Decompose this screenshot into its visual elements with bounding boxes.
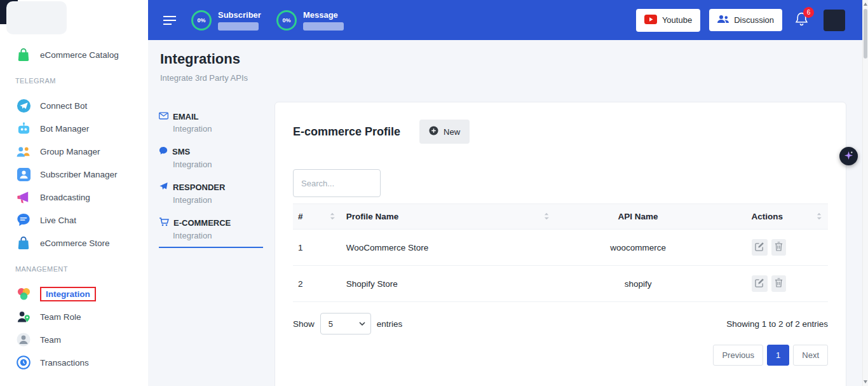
scrollbar-down-arrow-icon[interactable] — [864, 380, 867, 383]
topbar-right: Youtube Discussion 6 — [636, 9, 845, 32]
message-stat: 0% Message — [276, 10, 344, 31]
subscriber-stat-label: Subscriber — [218, 10, 261, 20]
sidebar-item-live-chat[interactable]: Live Chat — [0, 209, 148, 231]
person-pin-icon — [15, 310, 32, 324]
sort-arrows-icon — [817, 212, 822, 221]
nav-responder-integration[interactable]: RESPONDER Integration — [159, 176, 263, 211]
delete-button[interactable] — [771, 275, 786, 292]
page-size-control: Show 5 entries — [293, 313, 402, 334]
page-subtitle: Integrate 3rd Party APIs — [160, 73, 248, 83]
nav-sms-integration[interactable]: SMS Integration — [159, 140, 263, 176]
blurred-subscriber-value — [218, 22, 259, 31]
youtube-button[interactable]: Youtube — [636, 9, 700, 32]
transactions-disc-icon — [15, 355, 32, 369]
nav-responder-subtitle: Integration — [173, 195, 263, 205]
logo-placeholder — [6, 1, 67, 34]
table-row: 1 WooCommerce Store woocommerce — [293, 230, 828, 266]
assistant-fab-button[interactable] — [839, 147, 858, 165]
subscriber-person-icon — [15, 168, 32, 181]
ecommerce-profile-card: E-commerce Profile New # — [275, 102, 846, 386]
people-icon — [717, 15, 729, 25]
sidebar-item-subscriber-manager[interactable]: Subscriber Manager — [0, 163, 148, 186]
sidebar-item-label: Group Manager — [40, 147, 100, 156]
header-num[interactable]: # — [293, 204, 341, 230]
scrollbar[interactable] — [862, 0, 868, 386]
sidebar-item-label: Team Role — [40, 312, 81, 322]
robot-icon — [15, 122, 32, 135]
sidebar: eCommerce Catalog TELEGRAM Connect Bot B… — [0, 0, 148, 386]
pagination-next-button[interactable]: Next — [793, 345, 828, 366]
delete-button[interactable] — [771, 239, 786, 256]
scrollbar-up-arrow-icon[interactable] — [864, 3, 867, 6]
cell-actions — [721, 230, 828, 266]
sidebar-item-label: Subscriber Manager — [40, 170, 118, 179]
pagination-page-1-button[interactable]: 1 — [767, 345, 789, 366]
edit-button[interactable] — [752, 239, 768, 256]
integration-type-nav: EMAIL Integration SMS Integration — [159, 106, 263, 248]
sidebar-item-team-role[interactable]: Team Role — [0, 305, 148, 328]
cell-api-name: shopify — [555, 266, 721, 302]
edit-pencil-icon — [755, 278, 764, 289]
cell-profile-name: WooCommerce Store — [341, 230, 555, 266]
notifications-button[interactable]: 6 — [795, 11, 808, 29]
nav-email-integration[interactable]: EMAIL Integration — [159, 106, 263, 140]
sidebar-section-telegram: TELEGRAM — [0, 76, 148, 85]
nav-ecommerce-integration[interactable]: E-COMMERCE Integration — [159, 211, 263, 248]
menu-toggle-button[interactable] — [163, 15, 176, 25]
message-progress-ring: 0% — [276, 10, 297, 31]
chat-bubble-blue-icon — [15, 213, 32, 227]
edit-button[interactable] — [752, 275, 768, 292]
sidebar-item-label-active: Integration — [40, 287, 96, 301]
header-profile-name[interactable]: Profile Name — [341, 204, 555, 230]
sidebar-item-label: Team — [40, 335, 61, 345]
discussion-button-label: Discussion — [734, 15, 774, 25]
sidebar-item-ecommerce-catalog[interactable]: eCommerce Catalog — [0, 43, 148, 66]
sidebar-item-label: Connect Bot — [40, 101, 87, 111]
sort-arrows-icon — [330, 212, 335, 221]
integration-circles-icon — [15, 287, 32, 301]
cart-icon — [159, 217, 169, 228]
new-profile-button[interactable]: New — [419, 120, 470, 144]
megaphone-icon — [15, 191, 32, 203]
paper-plane-icon — [159, 182, 168, 193]
header-api-name[interactable]: API Name — [555, 204, 721, 230]
sidebar-item-label: Bot Manager — [40, 124, 89, 134]
logo-area — [0, 0, 148, 38]
subscriber-progress-ring: 0% — [191, 10, 212, 31]
search-input[interactable] — [293, 169, 381, 197]
shopping-bag-blue-icon — [15, 236, 32, 250]
sidebar-item-integration[interactable]: Integration — [0, 282, 148, 305]
sparkle-icon — [844, 151, 853, 162]
sidebar-item-bot-manager[interactable]: Bot Manager — [0, 117, 148, 140]
sidebar-item-connect-bot[interactable]: Connect Bot — [0, 94, 148, 117]
sidebar-item-group-manager[interactable]: Group Manager — [0, 140, 148, 163]
sidebar-item-label: Transactions — [40, 358, 89, 368]
cell-actions — [721, 266, 828, 302]
show-label: Show — [293, 319, 315, 329]
nav-email-title: EMAIL — [173, 112, 198, 121]
user-avatar[interactable] — [824, 10, 845, 31]
sidebar-item-transactions[interactable]: Transactions — [0, 351, 148, 374]
bell-icon — [795, 17, 808, 28]
sidebar-item-ecommerce-store[interactable]: eCommerce Store — [0, 231, 148, 254]
trash-icon — [775, 242, 783, 253]
edit-pencil-icon — [755, 242, 764, 253]
cell-api-name: woocommerce — [555, 230, 721, 266]
table-header-row: # Profile Name API Name Actions — [293, 204, 828, 230]
header-actions[interactable]: Actions — [721, 204, 828, 230]
entries-label: entries — [377, 319, 403, 329]
table-footer: Show 5 entries Showing 1 to 2 of 2 entri… — [293, 313, 828, 334]
app-root: eCommerce Catalog TELEGRAM Connect Bot B… — [0, 0, 868, 386]
cell-profile-name: Shopify Store — [341, 266, 555, 302]
pagination-previous-button[interactable]: Previous — [713, 345, 763, 366]
main-content: Integrations Integrate 3rd Party APIs EM… — [148, 40, 868, 386]
nav-email-subtitle: Integration — [173, 124, 263, 134]
group-people-icon — [15, 146, 32, 158]
table-row: 2 Shopify Store shopify — [293, 266, 828, 302]
sidebar-item-broadcasting[interactable]: Broadcasting — [0, 186, 148, 209]
page-size-select[interactable]: 5 — [320, 313, 371, 334]
discussion-button[interactable]: Discussion — [709, 9, 782, 31]
scrollbar-thumb[interactable] — [864, 9, 867, 59]
card-title: E-commerce Profile — [293, 125, 400, 139]
sidebar-item-team[interactable]: Team — [0, 328, 148, 351]
